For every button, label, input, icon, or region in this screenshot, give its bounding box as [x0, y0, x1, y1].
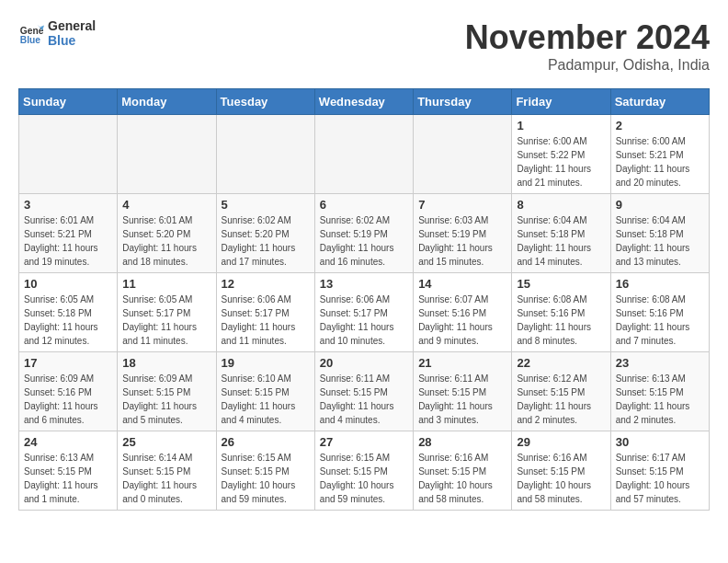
- calendar-cell: 8Sunrise: 6:04 AM Sunset: 5:18 PM Daylig…: [512, 194, 610, 273]
- calendar-header-row: SundayMondayTuesdayWednesdayThursdayFrid…: [19, 89, 710, 115]
- weekday-header: Wednesday: [314, 89, 413, 115]
- day-info: Sunrise: 6:11 AM Sunset: 5:15 PM Dayligh…: [320, 372, 408, 427]
- day-info: Sunrise: 6:13 AM Sunset: 5:15 PM Dayligh…: [616, 372, 704, 427]
- calendar-cell: 23Sunrise: 6:13 AM Sunset: 5:15 PM Dayli…: [610, 352, 709, 431]
- day-info: Sunrise: 6:08 AM Sunset: 5:16 PM Dayligh…: [517, 293, 605, 348]
- calendar-cell: 6Sunrise: 6:02 AM Sunset: 5:19 PM Daylig…: [314, 194, 413, 273]
- day-info: Sunrise: 6:16 AM Sunset: 5:15 PM Dayligh…: [418, 451, 506, 506]
- calendar-body: 1Sunrise: 6:00 AM Sunset: 5:22 PM Daylig…: [19, 115, 710, 511]
- calendar-cell: 3Sunrise: 6:01 AM Sunset: 5:21 PM Daylig…: [19, 194, 118, 273]
- calendar-cell: [19, 115, 118, 194]
- calendar-cell: 19Sunrise: 6:10 AM Sunset: 5:15 PM Dayli…: [216, 352, 314, 431]
- calendar-cell: 4Sunrise: 6:01 AM Sunset: 5:20 PM Daylig…: [118, 194, 216, 273]
- weekday-header: Friday: [512, 89, 610, 115]
- calendar-cell: 9Sunrise: 6:04 AM Sunset: 5:18 PM Daylig…: [610, 194, 709, 273]
- day-info: Sunrise: 6:00 AM Sunset: 5:21 PM Dayligh…: [616, 134, 704, 190]
- weekday-header: Monday: [118, 89, 216, 115]
- day-number: 27: [320, 435, 408, 449]
- calendar-cell: [314, 115, 413, 194]
- calendar-cell: 24Sunrise: 6:13 AM Sunset: 5:15 PM Dayli…: [19, 431, 118, 511]
- weekday-header: Saturday: [610, 89, 709, 115]
- calendar-cell: [216, 115, 314, 194]
- calendar-cell: [414, 115, 512, 194]
- day-number: 5: [222, 198, 310, 212]
- calendar-cell: 17Sunrise: 6:09 AM Sunset: 5:16 PM Dayli…: [19, 352, 118, 431]
- calendar-cell: 29Sunrise: 6:16 AM Sunset: 5:15 PM Dayli…: [512, 431, 610, 511]
- calendar-cell: [118, 115, 216, 194]
- calendar-week-row: 1Sunrise: 6:00 AM Sunset: 5:22 PM Daylig…: [19, 115, 710, 194]
- day-info: Sunrise: 6:06 AM Sunset: 5:17 PM Dayligh…: [320, 293, 408, 348]
- calendar-cell: 16Sunrise: 6:08 AM Sunset: 5:16 PM Dayli…: [610, 273, 709, 352]
- calendar-week-row: 17Sunrise: 6:09 AM Sunset: 5:16 PM Dayli…: [19, 352, 710, 431]
- day-number: 12: [222, 277, 310, 291]
- day-info: Sunrise: 6:01 AM Sunset: 5:21 PM Dayligh…: [24, 213, 112, 269]
- day-info: Sunrise: 6:11 AM Sunset: 5:15 PM Dayligh…: [418, 372, 506, 427]
- day-info: Sunrise: 6:14 AM Sunset: 5:15 PM Dayligh…: [122, 451, 210, 506]
- day-info: Sunrise: 6:10 AM Sunset: 5:15 PM Dayligh…: [222, 372, 310, 427]
- day-number: 24: [24, 435, 112, 449]
- day-info: Sunrise: 6:07 AM Sunset: 5:16 PM Dayligh…: [418, 293, 506, 348]
- logo-icon: General Blue: [18, 20, 44, 46]
- day-info: Sunrise: 6:01 AM Sunset: 5:20 PM Dayligh…: [122, 213, 210, 269]
- calendar-cell: 14Sunrise: 6:07 AM Sunset: 5:16 PM Dayli…: [414, 273, 512, 352]
- day-info: Sunrise: 6:15 AM Sunset: 5:15 PM Dayligh…: [222, 451, 310, 506]
- day-number: 18: [122, 356, 210, 370]
- day-info: Sunrise: 6:02 AM Sunset: 5:20 PM Dayligh…: [222, 213, 310, 269]
- day-number: 30: [616, 435, 704, 449]
- day-info: Sunrise: 6:04 AM Sunset: 5:18 PM Dayligh…: [616, 213, 704, 269]
- day-number: 4: [122, 198, 210, 212]
- day-info: Sunrise: 6:09 AM Sunset: 5:16 PM Dayligh…: [24, 372, 112, 427]
- calendar-cell: 18Sunrise: 6:09 AM Sunset: 5:15 PM Dayli…: [118, 352, 216, 431]
- day-info: Sunrise: 6:08 AM Sunset: 5:16 PM Dayligh…: [616, 293, 704, 348]
- calendar-week-row: 10Sunrise: 6:05 AM Sunset: 5:18 PM Dayli…: [19, 273, 710, 352]
- calendar-table: SundayMondayTuesdayWednesdayThursdayFrid…: [18, 88, 710, 511]
- day-info: Sunrise: 6:15 AM Sunset: 5:15 PM Dayligh…: [320, 451, 408, 506]
- day-number: 20: [320, 356, 408, 370]
- calendar-cell: 10Sunrise: 6:05 AM Sunset: 5:18 PM Dayli…: [19, 273, 118, 352]
- day-info: Sunrise: 6:16 AM Sunset: 5:15 PM Dayligh…: [517, 451, 605, 506]
- day-number: 6: [320, 198, 408, 212]
- day-number: 14: [418, 277, 506, 291]
- day-number: 7: [418, 198, 506, 212]
- calendar-cell: 27Sunrise: 6:15 AM Sunset: 5:15 PM Dayli…: [314, 431, 413, 511]
- day-info: Sunrise: 6:05 AM Sunset: 5:18 PM Dayligh…: [24, 293, 112, 348]
- day-info: Sunrise: 6:04 AM Sunset: 5:18 PM Dayligh…: [517, 213, 605, 269]
- calendar-cell: 2Sunrise: 6:00 AM Sunset: 5:21 PM Daylig…: [610, 115, 709, 194]
- day-number: 19: [222, 356, 310, 370]
- calendar-cell: 21Sunrise: 6:11 AM Sunset: 5:15 PM Dayli…: [414, 352, 512, 431]
- calendar-cell: 22Sunrise: 6:12 AM Sunset: 5:15 PM Dayli…: [512, 352, 610, 431]
- day-number: 10: [24, 277, 112, 291]
- day-number: 17: [24, 356, 112, 370]
- logo-general: General: [48, 18, 96, 33]
- day-number: 11: [122, 277, 210, 291]
- calendar-cell: 7Sunrise: 6:03 AM Sunset: 5:19 PM Daylig…: [414, 194, 512, 273]
- day-number: 3: [24, 198, 112, 212]
- day-number: 13: [320, 277, 408, 291]
- day-info: Sunrise: 6:12 AM Sunset: 5:15 PM Dayligh…: [517, 372, 605, 427]
- svg-text:Blue: Blue: [20, 35, 41, 45]
- day-info: Sunrise: 6:17 AM Sunset: 5:15 PM Dayligh…: [616, 451, 704, 506]
- day-number: 2: [616, 119, 704, 132]
- day-number: 28: [418, 435, 506, 449]
- day-info: Sunrise: 6:13 AM Sunset: 5:15 PM Dayligh…: [24, 451, 112, 506]
- calendar-week-row: 24Sunrise: 6:13 AM Sunset: 5:15 PM Dayli…: [19, 431, 710, 511]
- day-info: Sunrise: 6:02 AM Sunset: 5:19 PM Dayligh…: [320, 213, 408, 269]
- day-number: 21: [418, 356, 506, 370]
- day-number: 8: [517, 198, 605, 212]
- page-header: General Blue General Blue November 2024 …: [18, 18, 710, 74]
- day-info: Sunrise: 6:06 AM Sunset: 5:17 PM Dayligh…: [222, 293, 310, 348]
- calendar-cell: 1Sunrise: 6:00 AM Sunset: 5:22 PM Daylig…: [512, 115, 610, 194]
- weekday-header: Tuesday: [216, 89, 314, 115]
- calendar-cell: 12Sunrise: 6:06 AM Sunset: 5:17 PM Dayli…: [216, 273, 314, 352]
- calendar-cell: 20Sunrise: 6:11 AM Sunset: 5:15 PM Dayli…: [314, 352, 413, 431]
- day-number: 15: [517, 277, 605, 291]
- calendar-subtitle: Padampur, Odisha, India: [465, 57, 710, 74]
- calendar-title: November 2024: [465, 18, 710, 57]
- calendar-cell: 15Sunrise: 6:08 AM Sunset: 5:16 PM Dayli…: [512, 273, 610, 352]
- calendar-cell: 26Sunrise: 6:15 AM Sunset: 5:15 PM Dayli…: [216, 431, 314, 511]
- calendar-week-row: 3Sunrise: 6:01 AM Sunset: 5:21 PM Daylig…: [19, 194, 710, 273]
- day-number: 26: [222, 435, 310, 449]
- weekday-header: Sunday: [19, 89, 118, 115]
- day-number: 25: [122, 435, 210, 449]
- day-info: Sunrise: 6:03 AM Sunset: 5:19 PM Dayligh…: [418, 213, 506, 269]
